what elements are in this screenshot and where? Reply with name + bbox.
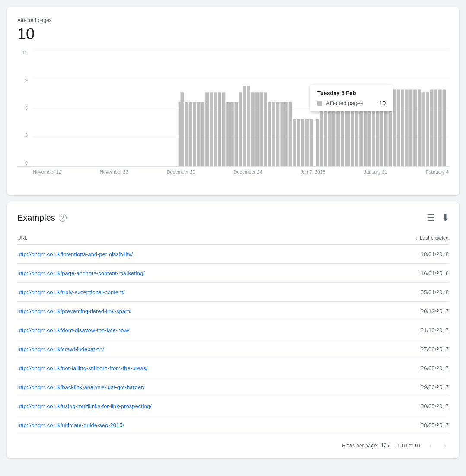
svg-rect-12 xyxy=(226,102,230,166)
svg-rect-14 xyxy=(235,102,238,166)
svg-rect-62 xyxy=(434,89,437,166)
x-label-nov12: November 12 xyxy=(33,169,61,175)
svg-rect-34 xyxy=(320,105,323,166)
url-cell[interactable]: http://ohgm.co.uk/crawl-indexation/ xyxy=(17,340,341,359)
svg-rect-55 xyxy=(405,89,409,166)
svg-rect-8 xyxy=(210,92,213,166)
svg-rect-38 xyxy=(336,105,340,166)
x-label-feb4: February 4 xyxy=(426,169,449,175)
table-row: http://ohgm.co.uk/truly-exceptional-cont… xyxy=(17,283,449,302)
svg-rect-28 xyxy=(293,119,296,166)
svg-rect-56 xyxy=(409,89,413,166)
sort-arrow-icon: ↓ xyxy=(415,235,418,241)
table-row: http://ohgm.co.uk/crawl-indexation/27/08… xyxy=(17,340,449,359)
y-label-9: 9 xyxy=(17,78,30,83)
examples-table-body: http://ohgm.co.uk/intentions-and-permiss… xyxy=(17,245,449,435)
svg-rect-4 xyxy=(193,102,196,166)
svg-rect-25 xyxy=(280,102,284,166)
svg-rect-35 xyxy=(324,105,327,166)
table-row: http://ohgm.co.uk/ultimate-guide-seo-201… xyxy=(17,416,449,435)
chart-card: Affected pages 10 Tuesday 6 Feb Affected… xyxy=(7,7,459,195)
url-cell[interactable]: http://ohgm.co.uk/page-anchors-content-m… xyxy=(17,264,341,283)
table-row: http://ohgm.co.uk/preventing-tiered-link… xyxy=(17,302,449,321)
date-cell: 20/12/2017 xyxy=(341,302,449,321)
svg-rect-20 xyxy=(259,92,263,166)
chart-container: 0 3 6 9 12 Novembe xyxy=(17,50,449,188)
y-label-3: 3 xyxy=(17,133,30,138)
affected-pages-number: 10 xyxy=(17,25,449,43)
svg-rect-15 xyxy=(239,92,242,166)
date-cell: 29/06/2017 xyxy=(341,378,449,397)
examples-card: Examples ? ☰ ⬇ URL ↓ Last crawled xyxy=(7,202,459,458)
svg-rect-37 xyxy=(332,105,336,166)
svg-rect-30 xyxy=(301,119,304,166)
svg-rect-18 xyxy=(251,92,255,166)
date-cell: 28/05/2017 xyxy=(341,416,449,435)
prev-page-button[interactable]: ‹ xyxy=(427,440,434,451)
y-axis-labels: 0 3 6 9 12 xyxy=(17,50,30,166)
svg-rect-24 xyxy=(276,102,280,166)
svg-rect-32 xyxy=(310,119,313,166)
affected-pages-label: Affected pages xyxy=(17,17,449,23)
tooltip-label: Affected pages xyxy=(326,100,364,106)
svg-rect-59 xyxy=(421,92,425,166)
x-label-nov26: November 26 xyxy=(100,169,128,175)
date-cell: 30/05/2017 xyxy=(341,397,449,416)
table-row: http://ohgm.co.uk/not-falling-stillborn-… xyxy=(17,359,449,378)
table-row: http://ohgm.co.uk/page-anchors-content-m… xyxy=(17,264,449,283)
svg-rect-29 xyxy=(297,119,300,166)
last-crawled-column-header[interactable]: ↓ Last crawled xyxy=(341,232,449,245)
dropdown-arrow-icon: ▾ xyxy=(387,443,389,448)
url-cell[interactable]: http://ohgm.co.uk/dont-disavow-too-late-… xyxy=(17,321,341,340)
url-cell[interactable]: http://ohgm.co.uk/intentions-and-permiss… xyxy=(17,245,341,264)
table-row: http://ohgm.co.uk/intentions-and-permiss… xyxy=(17,245,449,264)
filter-icon[interactable]: ☰ xyxy=(427,213,434,223)
x-label-dec10: December 10 xyxy=(167,169,195,175)
svg-rect-61 xyxy=(430,89,434,166)
table-row: http://ohgm.co.uk/backlink-analysis-just… xyxy=(17,378,449,397)
help-icon[interactable]: ? xyxy=(59,214,67,222)
date-cell: 26/08/2017 xyxy=(341,359,449,378)
url-cell[interactable]: http://ohgm.co.uk/not-falling-stillborn-… xyxy=(17,359,341,378)
svg-rect-33 xyxy=(316,119,319,166)
svg-rect-52 xyxy=(393,89,396,166)
svg-rect-2 xyxy=(185,102,188,166)
svg-rect-10 xyxy=(218,92,221,166)
svg-rect-23 xyxy=(272,102,275,166)
svg-rect-6 xyxy=(201,102,205,166)
rows-per-page-value: 10 xyxy=(381,442,386,448)
svg-rect-11 xyxy=(222,92,226,166)
date-cell: 18/01/2018 xyxy=(341,245,449,264)
url-cell[interactable]: http://ohgm.co.uk/backlink-analysis-just… xyxy=(17,378,341,397)
svg-rect-5 xyxy=(197,102,201,166)
svg-rect-64 xyxy=(443,89,446,166)
svg-rect-27 xyxy=(289,102,292,166)
url-cell[interactable]: http://ohgm.co.uk/using-multilinks-for-l… xyxy=(17,397,341,416)
svg-rect-3 xyxy=(189,102,192,166)
rows-per-page-select[interactable]: 10 ▾ xyxy=(381,442,389,449)
svg-rect-53 xyxy=(397,89,400,166)
table-row: http://ohgm.co.uk/using-multilinks-for-l… xyxy=(17,397,449,416)
table-footer: Rows per page: 10 ▾ 1-10 of 10 ‹ › xyxy=(17,435,449,451)
y-label-0: 0 xyxy=(17,160,30,165)
url-cell[interactable]: http://ohgm.co.uk/ultimate-guide-seo-201… xyxy=(17,416,341,435)
next-page-button[interactable]: › xyxy=(441,440,449,451)
x-label-jan21: January 21 xyxy=(364,169,387,175)
x-axis-labels: November 12 November 26 December 10 Dece… xyxy=(17,167,449,175)
tooltip-row: Affected pages 10 xyxy=(317,100,386,106)
date-cell: 21/10/2017 xyxy=(341,321,449,340)
svg-rect-36 xyxy=(328,105,332,166)
rows-per-page-label: Rows per page: xyxy=(342,443,378,449)
svg-rect-57 xyxy=(413,89,417,166)
download-icon[interactable]: ⬇ xyxy=(441,213,449,223)
table-row: http://ohgm.co.uk/dont-disavow-too-late-… xyxy=(17,321,449,340)
url-cell[interactable]: http://ohgm.co.uk/truly-exceptional-cont… xyxy=(17,283,341,302)
url-cell[interactable]: http://ohgm.co.uk/preventing-tiered-link… xyxy=(17,302,341,321)
svg-rect-9 xyxy=(214,92,217,166)
svg-rect-54 xyxy=(401,89,404,166)
y-label-6: 6 xyxy=(17,105,30,111)
date-cell: 27/08/2017 xyxy=(341,340,449,359)
tooltip-date: Tuesday 6 Feb xyxy=(317,90,386,96)
svg-rect-26 xyxy=(284,102,288,166)
header-actions: ☰ ⬇ xyxy=(427,213,449,223)
